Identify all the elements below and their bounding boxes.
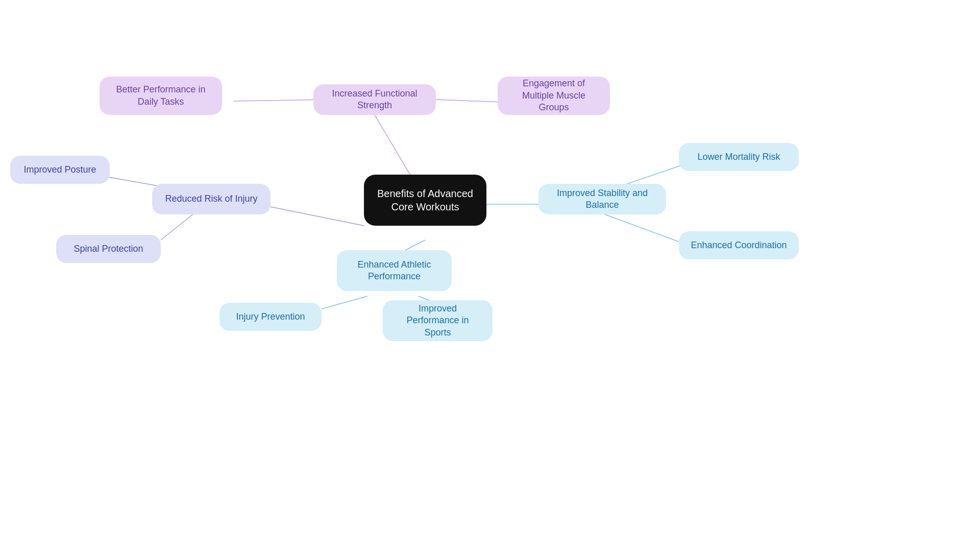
increased-functional-strength-node: Increased Functional Strength [313, 84, 436, 115]
engagement-muscle-node: Engagement of Multiple Muscle Groups [498, 77, 610, 115]
reduced-risk-node: Reduced Risk of Injury [152, 184, 271, 214]
enhanced-athletic-node: Enhanced Athletic Performance [337, 250, 452, 291]
center-node: Benefits of Advanced Core Workouts [364, 175, 486, 226]
svg-line-10 [322, 296, 368, 309]
improved-posture-node: Improved Posture [10, 156, 110, 184]
svg-line-1 [234, 100, 324, 101]
svg-line-8 [605, 214, 684, 244]
svg-line-2 [436, 100, 503, 102]
improved-sports-node: Improved Performance in Sports [383, 300, 493, 341]
injury-prevention-node: Injury Prevention [219, 303, 322, 331]
lower-mortality-node: Lower Mortality Risk [679, 143, 799, 171]
better-performance-node: Better Performance in Daily Tasks [100, 77, 222, 115]
svg-line-3 [271, 207, 364, 226]
enhanced-coordination-node: Enhanced Coordination [679, 231, 799, 259]
improved-stability-node: Improved Stability and Balance [538, 184, 666, 214]
spinal-protection-node: Spinal Protection [56, 235, 161, 263]
